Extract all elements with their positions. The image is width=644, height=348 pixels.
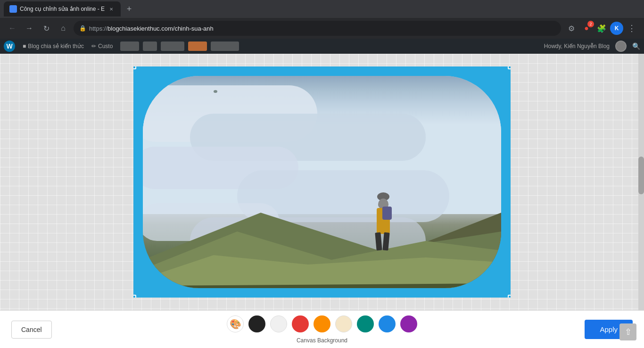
color-swatch-orange[interactable] bbox=[314, 315, 330, 332]
wp-howdy-text: Howdy, Kiến Nguyễn Blog bbox=[544, 43, 610, 50]
hiker-figure bbox=[369, 194, 397, 250]
canvas-background-label: Canvas Background bbox=[297, 337, 347, 344]
color-swatch-purple[interactable] bbox=[400, 315, 417, 332]
wp-orange-button bbox=[188, 41, 207, 51]
image-canvas bbox=[133, 66, 511, 298]
bottom-toolbar: Cancel 🎨 Canvas Background Apply ⇧ bbox=[0, 310, 644, 348]
browser-chrome: Công cụ chỉnh sửa ảnh online - E ✕ + ← →… bbox=[0, 0, 644, 54]
color-swatch-teal[interactable] bbox=[357, 315, 374, 332]
hiker-leg-left bbox=[375, 232, 382, 251]
scrollbar-thumb[interactable] bbox=[638, 157, 644, 194]
back-button[interactable]: ← bbox=[6, 22, 19, 35]
page-content: Cancel 🎨 Canvas Background Apply ⇧ bbox=[0, 54, 644, 348]
tab-close-button[interactable]: ✕ bbox=[107, 5, 115, 13]
wp-hidden-item-2 bbox=[143, 41, 157, 51]
reload-button[interactable]: ↻ bbox=[40, 22, 53, 35]
hiker-backpack bbox=[382, 207, 392, 220]
active-tab[interactable]: Công cụ chỉnh sửa ảnh online - E ✕ bbox=[4, 1, 121, 17]
address-bar: ← → ↻ ⌂ 🔒 https://blogchiasekienthuc.com… bbox=[0, 18, 644, 39]
extensions-icon[interactable]: ⚙ bbox=[565, 22, 578, 35]
profile-icon[interactable]: K bbox=[610, 22, 623, 35]
tab-bar: Công cụ chỉnh sửa ảnh online - E ✕ + bbox=[0, 0, 644, 18]
scrollbar[interactable] bbox=[638, 54, 644, 310]
color-swatch-white[interactable] bbox=[270, 315, 287, 332]
color-palette: 🎨 Canvas Background bbox=[227, 315, 417, 344]
resize-handle-top-left[interactable] bbox=[133, 66, 136, 69]
address-bar-right: ⚙ ● 2 🧩 K ⋮ bbox=[565, 22, 638, 35]
new-tab-button[interactable]: + bbox=[123, 2, 136, 16]
terrain-svg bbox=[143, 166, 501, 288]
more-options-button[interactable]: ⋮ bbox=[625, 22, 638, 35]
wp-toolbar-right: Howdy, Kiến Nguyễn Blog 🔍 bbox=[544, 41, 640, 52]
forward-button[interactable]: → bbox=[23, 22, 36, 35]
color-picker-icon[interactable]: 🎨 bbox=[227, 315, 244, 332]
extensions-puzzle-icon[interactable]: 🧩 bbox=[595, 22, 608, 35]
blog-link[interactable]: ■ Blog chia sẻ kiến thức bbox=[23, 43, 84, 50]
notifications-icon[interactable]: ● 2 bbox=[580, 22, 593, 35]
tab-title: Công cụ chỉnh sửa ảnh online - E bbox=[20, 6, 105, 12]
url-bar[interactable]: 🔒 https://blogchiasekienthuc.com/chinh-s… bbox=[74, 21, 561, 36]
color-swatch-blue[interactable] bbox=[379, 315, 396, 332]
color-swatch-black[interactable] bbox=[248, 315, 265, 332]
mountain-peak bbox=[214, 90, 217, 93]
wp-hidden-item-3 bbox=[161, 41, 184, 51]
scroll-to-top-button[interactable]: ⇧ bbox=[619, 323, 636, 340]
wp-hidden-items bbox=[120, 41, 239, 51]
wp-hidden-item-1 bbox=[120, 41, 139, 51]
color-swatches: 🎨 bbox=[227, 315, 417, 332]
color-swatch-red[interactable] bbox=[292, 315, 309, 332]
cancel-button[interactable]: Cancel bbox=[11, 321, 52, 339]
wp-avatar[interactable] bbox=[615, 41, 627, 52]
image-frame-wrapper bbox=[133, 66, 511, 298]
color-swatch-cream[interactable] bbox=[335, 315, 352, 332]
url-text: https://blogchiasekienthuc.com/chinh-sua… bbox=[89, 25, 214, 32]
wordpress-toolbar: W ■ Blog chia sẻ kiến thức ✏ Custo Howdy… bbox=[0, 39, 644, 54]
canvas-area bbox=[0, 54, 644, 310]
notification-count: 2 bbox=[587, 21, 594, 27]
resize-handle-bottom-right[interactable] bbox=[508, 295, 511, 298]
resize-handle-bottom-left[interactable] bbox=[133, 295, 136, 298]
hiker-leg-right bbox=[382, 232, 389, 251]
tab-favicon bbox=[9, 5, 17, 13]
mountain-image bbox=[143, 76, 501, 288]
wp-hidden-item-4 bbox=[211, 41, 239, 51]
customize-link[interactable]: ✏ Custo bbox=[91, 43, 113, 50]
ssl-lock-icon: 🔒 bbox=[79, 25, 86, 32]
resize-handle-top-right[interactable] bbox=[508, 66, 511, 69]
image-rounded-frame bbox=[143, 76, 501, 288]
home-button[interactable]: ⌂ bbox=[57, 22, 70, 35]
wp-logo[interactable]: W bbox=[4, 41, 15, 52]
wp-search-icon[interactable]: 🔍 bbox=[632, 42, 640, 50]
